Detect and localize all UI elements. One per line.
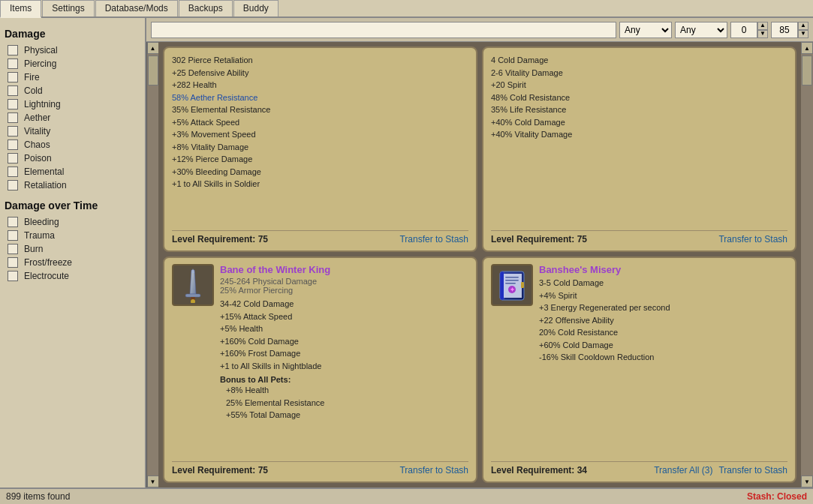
items-found-label: 899 items found — [6, 491, 70, 502]
sidebar: Damage Physical Piercing Fire Cold Light… — [0, 18, 146, 488]
scroll-up-button[interactable]: ▲ — [147, 42, 159, 54]
spinner1-buttons: ▲ ▼ — [757, 22, 768, 38]
bleeding-checkbox[interactable] — [8, 217, 18, 227]
scroll-track-left: ▲ ▼ — [146, 42, 158, 488]
tab-backups[interactable]: Backups — [179, 0, 233, 16]
stat-line: +40% Vitality Damage — [491, 128, 787, 141]
sidebar-item-bleeding[interactable]: Bleeding — [5, 215, 140, 229]
scroll-right-up-button[interactable]: ▲ — [801, 42, 813, 54]
sidebar-item-vitality[interactable]: Vitality — [5, 124, 140, 138]
trauma-checkbox[interactable] — [8, 230, 18, 241]
scroll-thumb[interactable] — [148, 56, 158, 86]
search-input[interactable] — [151, 22, 616, 38]
stat-line: +3% Movement Speed — [172, 128, 468, 141]
trauma-label: Trauma — [24, 230, 55, 241]
sidebar-item-elemental[interactable]: Elemental — [5, 165, 140, 178]
content-area: Any Any 0 ▲ ▼ 85 ▲ ▼ — [146, 18, 813, 488]
item4-level-req: Level Requirement: 34 — [491, 465, 587, 476]
dot-section-title: Damage over Time — [5, 200, 140, 212]
cold-label: Cold — [24, 86, 43, 96]
sidebar-item-trauma[interactable]: Trauma — [5, 229, 140, 242]
spinner1-down[interactable]: ▼ — [757, 30, 768, 38]
piercing-checkbox[interactable] — [8, 58, 18, 69]
bonus-stat-3: +55% Total Damage — [220, 409, 468, 422]
scroll-area: ▲ ▼ 302 Pierce Retaliation +25 Defensive… — [146, 42, 813, 488]
level-max-input[interactable]: 85 — [771, 22, 798, 38]
tab-settings[interactable]: Settings — [42, 0, 94, 16]
scroll-right-thumb[interactable] — [802, 56, 812, 86]
svg-text:✦: ✦ — [510, 286, 515, 293]
svg-rect-8 — [505, 277, 519, 278]
stat-line: 34-42 Cold Damage — [220, 298, 468, 310]
sidebar-item-lightning[interactable]: Lightning — [5, 98, 140, 111]
aether-checkbox[interactable] — [8, 112, 18, 123]
svg-rect-1 — [185, 294, 200, 297]
frost-checkbox[interactable] — [8, 257, 18, 268]
item4-info: Banshee's Misery 3-5 Cold Damage +4% Spi… — [539, 264, 787, 457]
stat-line: +160% Frost Damage — [220, 347, 468, 360]
stat-line: +30% Bleeding Damage — [172, 166, 468, 178]
item1-transfer-button[interactable]: Transfer to Stash — [399, 234, 468, 244]
stat-line: 4 Cold Damage — [491, 54, 787, 67]
sidebar-item-poison[interactable]: Poison — [5, 152, 140, 165]
fire-checkbox[interactable] — [8, 72, 18, 82]
stat-line: +25 Defensive Ability — [172, 67, 468, 80]
stat-line: +4% Spirit — [539, 290, 787, 302]
sidebar-item-retaliation[interactable]: Retaliation — [5, 178, 140, 192]
sidebar-item-cold[interactable]: Cold — [5, 84, 140, 98]
sidebar-item-fire[interactable]: Fire — [5, 70, 140, 84]
cold-checkbox[interactable] — [8, 86, 18, 96]
stat-line: -16% Skill Cooldown Reduction — [539, 351, 787, 364]
stat-line: 3-5 Cold Damage — [539, 277, 787, 290]
sidebar-item-aether[interactable]: Aether — [5, 111, 140, 124]
lightning-label: Lightning — [24, 99, 61, 110]
sidebar-item-physical[interactable]: Physical — [5, 44, 140, 57]
spinner2-up[interactable]: ▲ — [798, 22, 808, 30]
item4-transfer-all-button[interactable]: Transfer All (3) — [654, 465, 712, 476]
retaliation-checkbox[interactable] — [8, 180, 18, 190]
item2-transfer-button[interactable]: Transfer to Stash — [718, 234, 787, 244]
sidebar-item-piercing[interactable]: Piercing — [5, 57, 140, 70]
poison-checkbox[interactable] — [8, 153, 18, 164]
item3-footer: Level Requirement: 75 Transfer to Stash — [172, 461, 468, 476]
vitality-label: Vitality — [24, 126, 50, 136]
sidebar-item-electrocute[interactable]: Electrocute — [5, 269, 140, 283]
retaliation-label: Retaliation — [24, 180, 67, 190]
level-min-input[interactable]: 0 — [730, 22, 757, 38]
electrocute-checkbox[interactable] — [8, 271, 18, 281]
scroll-right-down-button[interactable]: ▼ — [801, 476, 813, 488]
tab-items[interactable]: Items — [0, 0, 41, 18]
scroll-down-button[interactable]: ▼ — [147, 476, 159, 488]
spinner1-up[interactable]: ▲ — [757, 22, 768, 30]
item3-transfer-button[interactable]: Transfer to Stash — [399, 465, 468, 476]
filter-dropdown-2[interactable]: Any — [675, 22, 727, 38]
item1-inner: 302 Pierce Retaliation +25 Defensive Abi… — [172, 54, 468, 226]
filter-dropdown-1[interactable]: Any — [619, 22, 672, 38]
lightning-checkbox[interactable] — [8, 99, 18, 110]
item4-buttons: Transfer All (3) Transfer to Stash — [654, 465, 787, 476]
item3-inner: Bane of the Winter King 245-264 Physical… — [172, 264, 468, 457]
burn-checkbox[interactable] — [8, 244, 18, 254]
tab-database[interactable]: Database/Mods — [95, 0, 178, 16]
stash-status-label: Stash: Closed — [747, 491, 807, 502]
spinner2-down[interactable]: ▼ — [798, 30, 808, 38]
tab-buddy[interactable]: Buddy — [233, 0, 279, 16]
svg-rect-9 — [505, 280, 519, 281]
main-layout: Damage Physical Piercing Fire Cold Light… — [0, 18, 813, 488]
chaos-checkbox[interactable] — [8, 140, 18, 150]
item3-type: 245-264 Physical Damage25% Armor Piercin… — [220, 277, 468, 295]
sidebar-item-chaos[interactable]: Chaos — [5, 138, 140, 152]
stat-line: +15% Attack Speed — [220, 310, 468, 323]
stat-line: +60% Cold Damage — [539, 339, 787, 352]
damage-section-title: Damage — [5, 28, 140, 40]
physical-checkbox[interactable] — [8, 45, 18, 56]
sidebar-item-frost[interactable]: Frost/freeze — [5, 256, 140, 269]
vitality-checkbox[interactable] — [8, 126, 18, 136]
elemental-checkbox[interactable] — [8, 166, 18, 177]
stat-line: 302 Pierce Retaliation — [172, 54, 468, 67]
sidebar-item-burn[interactable]: Burn — [5, 242, 140, 256]
item4-transfer-button[interactable]: Transfer to Stash — [718, 465, 787, 476]
stat-line: 2-6 Vitality Damage — [491, 67, 787, 80]
stat-line: +3 Energy Regenerated per second — [539, 302, 787, 314]
item-card-1: 302 Pierce Retaliation +25 Defensive Abi… — [163, 46, 477, 252]
